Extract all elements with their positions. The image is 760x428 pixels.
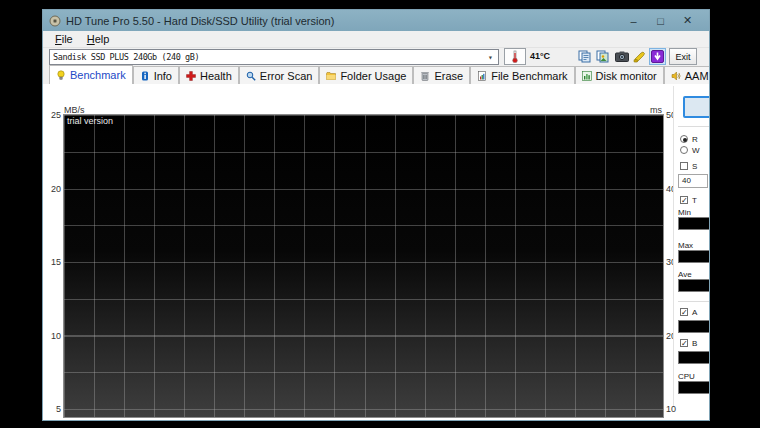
download-update-button[interactable] xyxy=(649,48,666,65)
tab-disk-monitor[interactable]: Disk monitor xyxy=(575,66,664,84)
temperature-value: 41°C xyxy=(530,51,550,61)
burst-rate-display xyxy=(678,351,710,364)
avg-value-display xyxy=(678,279,710,292)
copy-icon xyxy=(578,50,591,63)
tab-bar: Benchmark Info Health Error Scan Folder … xyxy=(43,66,709,84)
avg-label: Ave xyxy=(678,270,692,279)
chevron-down-icon: ▾ xyxy=(488,54,495,61)
tab-label: Folder Usage xyxy=(340,70,406,82)
tab-label: Error Scan xyxy=(260,70,313,82)
tab-label: AAM xyxy=(685,70,709,82)
access-time-checkbox[interactable]: ✓ xyxy=(680,308,688,316)
write-radio[interactable] xyxy=(680,146,688,154)
short-stroke-label: S xyxy=(692,162,697,171)
left-axis-tick: 15 xyxy=(45,257,61,267)
burst-rate-label: B xyxy=(692,339,697,348)
menu-file[interactable]: File xyxy=(48,32,80,46)
camera-icon xyxy=(615,51,629,62)
tab-label: Info xyxy=(154,70,172,82)
short-stroke-checkbox[interactable] xyxy=(680,162,688,170)
screenshot-button[interactable] xyxy=(613,48,630,65)
min-value-display xyxy=(678,217,710,230)
speaker-icon xyxy=(671,71,681,81)
tab-label: Disk monitor xyxy=(596,70,657,82)
minimize-button[interactable]: – xyxy=(620,10,647,31)
burst-rate-checkbox[interactable]: ✓ xyxy=(680,339,688,347)
check-icon: ✓ xyxy=(681,339,688,348)
menu-help[interactable]: Help xyxy=(80,32,117,46)
red-cross-icon xyxy=(186,71,196,81)
tab-label: File Benchmark xyxy=(491,70,567,82)
close-button[interactable]: ✕ xyxy=(674,10,701,31)
left-axis-tick: 25 xyxy=(45,110,61,120)
left-axis-tick: 20 xyxy=(45,184,61,194)
save-button[interactable] xyxy=(631,48,648,65)
tab-benchmark[interactable]: Benchmark xyxy=(49,65,133,84)
copy-image-button[interactable] xyxy=(594,48,611,65)
copy-text-button[interactable] xyxy=(576,48,593,65)
trial-watermark: trial version xyxy=(67,116,113,126)
tab-label: Erase xyxy=(434,70,463,82)
drive-select-value: Sandisk SSD PLUS 240Gb (240 gB) xyxy=(53,52,199,62)
access-time-display xyxy=(678,320,710,333)
tab-label: Benchmark xyxy=(70,69,126,81)
transfer-rate-label: T xyxy=(692,196,697,205)
green-chart-icon xyxy=(582,71,592,81)
drive-toolbar: Sandisk SSD PLUS 240Gb (240 gB) ▾ 41°C xyxy=(43,48,709,66)
exit-button[interactable]: Exit xyxy=(669,48,697,65)
block-size-value: 40 xyxy=(682,176,691,185)
menu-bar: File Help xyxy=(43,31,709,48)
transfer-rate-checkbox[interactable]: ✓ xyxy=(680,196,688,204)
read-radio[interactable] xyxy=(680,135,688,143)
max-value-display xyxy=(678,250,710,263)
app-logo-icon xyxy=(49,15,61,27)
check-icon: ✓ xyxy=(681,196,688,205)
folder-icon xyxy=(326,71,336,81)
tab-erase[interactable]: Erase xyxy=(413,66,470,84)
cpu-usage-display xyxy=(678,381,710,394)
max-label: Max xyxy=(678,241,693,250)
divider xyxy=(678,126,710,127)
cpu-usage-label: CPU xyxy=(678,372,695,381)
divider xyxy=(678,301,710,302)
title-bar[interactable]: HD Tune Pro 5.50 - Hard Disk/SSD Utility… xyxy=(43,10,709,31)
read-radio-label: R xyxy=(692,135,698,144)
min-label: Min xyxy=(678,208,691,217)
tab-aam[interactable]: AAM xyxy=(664,66,710,84)
drive-select[interactable]: Sandisk SSD PLUS 240Gb (240 gB) ▾ xyxy=(49,49,499,65)
block-size-input[interactable]: 40 xyxy=(678,174,708,188)
bulb-icon xyxy=(56,70,66,80)
download-icon xyxy=(651,50,664,63)
trash-icon xyxy=(420,71,430,81)
start-button[interactable] xyxy=(683,96,710,118)
tab-folder-usage[interactable]: Folder Usage xyxy=(319,66,413,84)
magnifier-icon xyxy=(246,71,256,81)
check-icon: ✓ xyxy=(681,308,688,317)
copy-image-icon xyxy=(596,50,609,63)
left-axis-tick: 10 xyxy=(45,331,61,341)
window-title: HD Tune Pro 5.50 - Hard Disk/SSD Utility… xyxy=(66,15,334,27)
info-icon xyxy=(140,71,150,81)
benchmark-view: MB/s ms trial version 252015105 50403020… xyxy=(43,84,709,421)
exit-label: Exit xyxy=(675,52,690,62)
maximize-button[interactable]: □ xyxy=(647,10,674,31)
tab-error-scan[interactable]: Error Scan xyxy=(239,66,320,84)
app-window: HD Tune Pro 5.50 - Hard Disk/SSD Utility… xyxy=(42,9,710,421)
access-time-label: A xyxy=(692,308,697,317)
benchmark-options-panel: R W S 40 ✓ T Min Max Ave ✓ A ✓ B CPU xyxy=(674,86,710,406)
left-axis-tick: 5 xyxy=(45,404,61,414)
write-radio-label: W xyxy=(692,146,700,155)
tab-health[interactable]: Health xyxy=(179,66,239,84)
tab-info[interactable]: Info xyxy=(133,66,179,84)
benchmark-chart[interactable]: trial version xyxy=(63,114,664,418)
tab-file-benchmark[interactable]: File Benchmark xyxy=(470,66,574,84)
tab-label: Health xyxy=(200,70,232,82)
thermometer-icon xyxy=(512,50,518,63)
file-chart-icon xyxy=(477,71,487,81)
temperature-button[interactable] xyxy=(504,48,526,65)
save-icon xyxy=(633,50,646,63)
